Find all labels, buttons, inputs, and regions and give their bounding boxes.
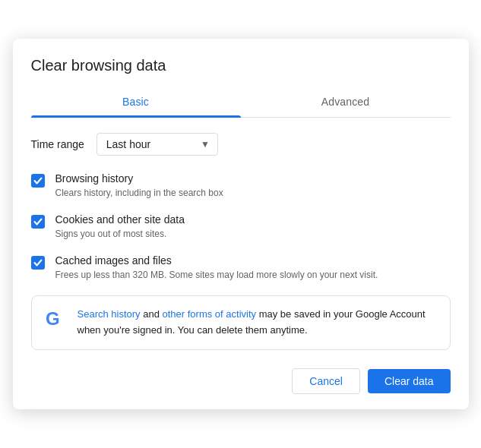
other-forms-link[interactable]: other forms of activity xyxy=(163,308,257,320)
cancel-button[interactable]: Cancel xyxy=(292,368,360,394)
dialog-title: Clear browsing data xyxy=(31,57,451,74)
cookies-text: Cookies and other site data Signs you ou… xyxy=(55,213,185,241)
cookies-title: Cookies and other site data xyxy=(55,213,185,226)
chevron-down-icon: ▼ xyxy=(201,139,210,150)
cached-images-checkbox[interactable] xyxy=(31,256,45,270)
cached-images-desc: Frees up less than 320 MB. Some sites ma… xyxy=(55,268,378,282)
search-history-link[interactable]: Search history xyxy=(78,308,141,320)
browsing-history-text: Browsing history Clears history, includi… xyxy=(55,172,223,200)
clear-data-button[interactable]: Clear data xyxy=(368,369,451,393)
info-box: G Search history and other forms of acti… xyxy=(31,295,451,350)
cookies-desc: Signs you out of most sites. xyxy=(55,227,185,241)
time-range-value: Last hour xyxy=(106,138,150,150)
cached-images-item: Cached images and files Frees up less th… xyxy=(31,254,451,282)
cookies-checkbox[interactable] xyxy=(31,215,45,229)
time-range-label: Time range xyxy=(31,138,84,150)
info-text-and: and xyxy=(141,308,163,320)
tab-advanced[interactable]: Advanced xyxy=(241,88,451,117)
cached-images-title: Cached images and files xyxy=(55,254,378,267)
tabs-container: Basic Advanced xyxy=(31,88,451,118)
google-g-icon: G xyxy=(44,308,65,330)
svg-text:G: G xyxy=(46,308,60,329)
browsing-history-checkbox[interactable] xyxy=(31,174,45,188)
time-range-select[interactable]: Last hour ▼ xyxy=(97,133,218,156)
clear-browsing-data-dialog: Clear browsing data Basic Advanced Time … xyxy=(13,39,469,409)
browsing-history-title: Browsing history xyxy=(55,172,223,185)
info-text: Search history and other forms of activi… xyxy=(78,307,438,339)
cookies-item: Cookies and other site data Signs you ou… xyxy=(31,213,451,241)
browsing-history-item: Browsing history Clears history, includi… xyxy=(31,172,451,200)
browsing-history-desc: Clears history, including in the search … xyxy=(55,186,223,200)
cached-images-text: Cached images and files Frees up less th… xyxy=(55,254,378,282)
time-range-row: Time range Last hour ▼ xyxy=(31,133,451,156)
tab-basic[interactable]: Basic xyxy=(31,88,241,117)
dialog-footer: Cancel Clear data xyxy=(31,368,451,394)
